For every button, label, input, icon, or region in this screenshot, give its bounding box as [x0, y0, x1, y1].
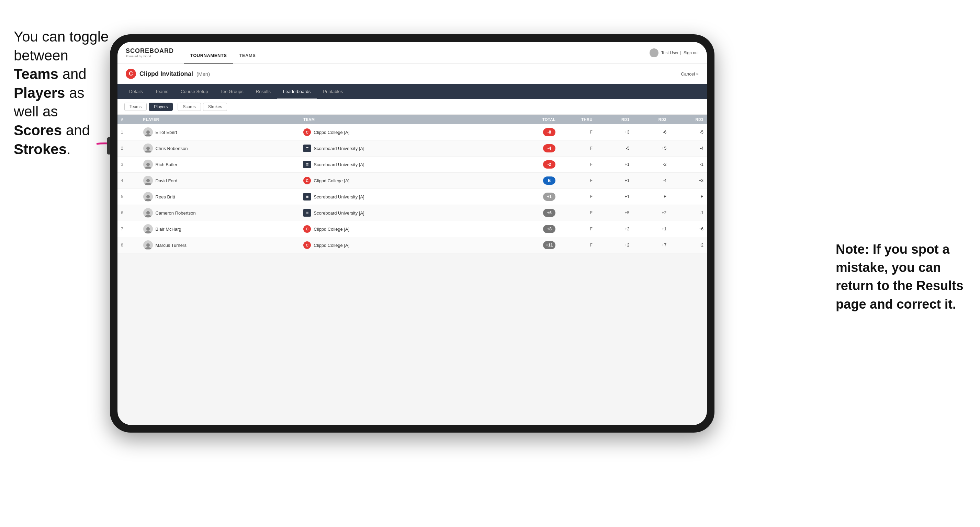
- team-name: Scoreboard University [A]: [313, 162, 364, 167]
- cell-player: Rees Britt: [140, 189, 300, 205]
- cell-total: -4: [510, 140, 559, 157]
- cell-rank: 4: [118, 173, 140, 189]
- score-badge: +6: [543, 209, 555, 217]
- col-rd2: RD2: [633, 115, 670, 124]
- player-avatar: [143, 240, 153, 250]
- sub-navigation: Details Teams Course Setup Tee Groups Re…: [118, 84, 707, 99]
- leaderboard-table-container: # PLAYER TEAM TOTAL THRU RD1 RD2 RD3 1El…: [118, 115, 707, 253]
- col-rank: #: [118, 115, 140, 124]
- table-row: 2Chris Robertson☰Scoreboard University […: [118, 140, 707, 157]
- tablet-side-button: [107, 137, 110, 154]
- player-name: Chris Robertson: [156, 146, 188, 151]
- cell-player: Cameron Robertson: [140, 205, 300, 221]
- tab-leaderboards[interactable]: Leaderboards: [277, 84, 317, 99]
- player-avatar: [143, 192, 153, 202]
- cell-rd2: +1: [633, 221, 670, 237]
- cell-team: CClippd College [A]: [300, 173, 509, 189]
- player-avatar: [143, 143, 153, 153]
- team-name: Scoreboard University [A]: [313, 146, 364, 151]
- svg-point-8: [146, 243, 150, 247]
- team-logo-sb: ☰: [303, 161, 311, 168]
- tab-teams[interactable]: Teams: [149, 84, 175, 99]
- col-rd1: RD1: [596, 115, 633, 124]
- cell-rd2: -2: [633, 157, 670, 173]
- nav-tournaments[interactable]: TOURNAMENTS: [184, 53, 233, 63]
- team-logo-sb: ☰: [303, 209, 311, 217]
- left-annotation: You can toggle between Teams and Players…: [14, 27, 110, 159]
- team-name: Clippd College [A]: [313, 178, 349, 183]
- player-name: Cameron Robertson: [156, 210, 196, 216]
- sign-out-link[interactable]: Sign out: [684, 51, 699, 55]
- table-body: 1Elliot EbertCClippd College [A]-8F+3-6-…: [118, 124, 707, 253]
- toggle-scores[interactable]: Scores: [178, 103, 200, 111]
- player-name: Elliot Ebert: [156, 130, 177, 135]
- cell-rd2: -4: [633, 173, 670, 189]
- col-thru: THRU: [559, 115, 596, 124]
- cancel-button[interactable]: Cancel ×: [681, 71, 699, 76]
- cell-rank: 5: [118, 189, 140, 205]
- team-name: Clippd College [A]: [313, 243, 349, 248]
- nav-teams[interactable]: TEAMS: [233, 53, 262, 63]
- cell-rd2: +5: [633, 140, 670, 157]
- cell-total: +11: [510, 237, 559, 253]
- player-avatar: [143, 176, 153, 186]
- cell-team: CClippd College [A]: [300, 221, 509, 237]
- cell-rd1: +2: [596, 237, 633, 253]
- team-logo-c: C: [303, 177, 311, 184]
- cell-rank: 6: [118, 205, 140, 221]
- cell-rank: 2: [118, 140, 140, 157]
- cell-thru: F: [559, 205, 596, 221]
- cell-thru: F: [559, 237, 596, 253]
- table-row: 5Rees Britt☰Scoreboard University [A]+1F…: [118, 189, 707, 205]
- svg-point-2: [146, 147, 150, 150]
- svg-point-4: [146, 179, 150, 182]
- tab-details[interactable]: Details: [123, 84, 149, 99]
- team-logo-c: C: [303, 241, 311, 249]
- cell-team: ☰Scoreboard University [A]: [300, 140, 509, 157]
- score-badge: E: [543, 176, 555, 185]
- tab-tee-groups[interactable]: Tee Groups: [214, 84, 250, 99]
- cell-rd1: +2: [596, 221, 633, 237]
- cell-rd1: +1: [596, 189, 633, 205]
- cell-player: Marcus Turners: [140, 237, 300, 253]
- score-badge: -4: [543, 144, 555, 152]
- col-total: TOTAL: [510, 115, 559, 124]
- toggle-players[interactable]: Players: [149, 103, 173, 111]
- score-badge: +11: [543, 241, 555, 249]
- player-avatar: [143, 160, 153, 169]
- cell-rd3: +6: [670, 221, 707, 237]
- cell-rd2: E: [633, 189, 670, 205]
- table-row: 4David FordCClippd College [A]EF+1-4+3: [118, 173, 707, 189]
- tab-course-setup[interactable]: Course Setup: [175, 84, 214, 99]
- cell-rd2: +2: [633, 205, 670, 221]
- cell-rd3: -5: [670, 124, 707, 140]
- team-logo-sb: ☰: [303, 193, 311, 200]
- cell-rd3: -1: [670, 157, 707, 173]
- cell-rd1: +5: [596, 205, 633, 221]
- table-row: 1Elliot EbertCClippd College [A]-8F+3-6-…: [118, 124, 707, 140]
- tab-results[interactable]: Results: [250, 84, 277, 99]
- team-name: Scoreboard University [A]: [313, 210, 364, 216]
- cell-rd3: -1: [670, 205, 707, 221]
- svg-point-1: [146, 130, 150, 134]
- cell-rank: 7: [118, 221, 140, 237]
- cell-total: +1: [510, 189, 559, 205]
- cell-total: +8: [510, 221, 559, 237]
- cell-rd1: +1: [596, 173, 633, 189]
- player-avatar: [143, 224, 153, 234]
- player-avatar: [143, 208, 153, 217]
- tournament-header: C Clippd Invitational (Men) Cancel ×: [118, 64, 707, 84]
- cell-thru: F: [559, 189, 596, 205]
- toggle-strokes[interactable]: Strokes: [203, 103, 228, 111]
- user-avatar: [649, 48, 659, 57]
- cell-total: E: [510, 173, 559, 189]
- cell-rd1: -5: [596, 140, 633, 157]
- cell-thru: F: [559, 221, 596, 237]
- header-right: Test User | Sign out: [649, 48, 699, 57]
- col-rd3: RD3: [670, 115, 707, 124]
- tournament-name: C Clippd Invitational (Men): [126, 69, 210, 79]
- tab-printables[interactable]: Printables: [317, 84, 349, 99]
- cell-rd2: -6: [633, 124, 670, 140]
- toggle-teams[interactable]: Teams: [124, 103, 147, 111]
- cell-team: ☰Scoreboard University [A]: [300, 157, 509, 173]
